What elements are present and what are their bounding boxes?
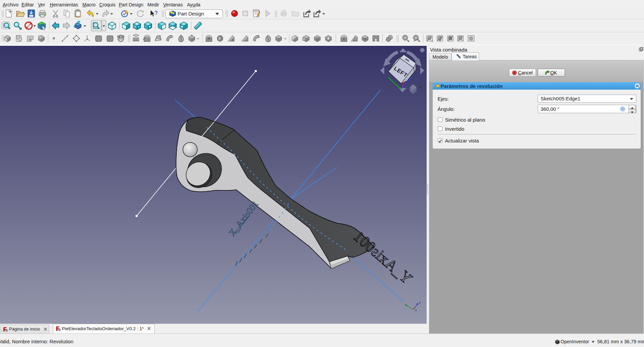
svg-text:Y: Y	[405, 303, 407, 307]
svg-text:?: ?	[154, 10, 158, 16]
svg-text:Part Design: Part Design	[178, 11, 204, 17]
svg-text:z: z	[419, 301, 421, 304]
svg-text:x: x	[415, 309, 417, 312]
